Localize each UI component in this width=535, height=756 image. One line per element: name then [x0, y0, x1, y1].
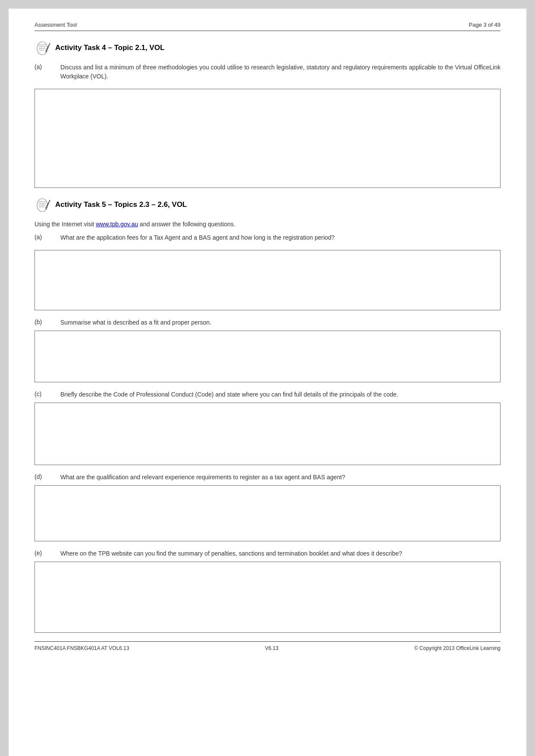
task5-question-e-row: (e) Where on the TPB website can you fin…: [34, 549, 501, 558]
header-right-text: Page 3 of 49: [469, 22, 501, 28]
task5-qe-text: Where on the TPB website can you find th…: [60, 549, 501, 558]
svg-marker-7: [46, 51, 47, 53]
task5-qd-text: What are the qualification and relevant …: [60, 473, 501, 482]
task4-question-a-row: (a) Discuss and list a minimum of three …: [34, 63, 501, 81]
task5-question-b-row: (b) Summarise what is described as a fit…: [34, 318, 501, 327]
task5-icon: [34, 196, 53, 214]
task4-title: Activity Task 4 – Topic 2.1, VOL: [55, 44, 165, 52]
task5-qe-label: (e): [34, 549, 60, 558]
task5-qa-text: What are the application fees for a Tax …: [60, 233, 501, 242]
footer-right: © Copyright 2013 OfficeLink Learning: [414, 645, 501, 651]
header-left-text: Assessment Tool: [34, 22, 77, 28]
task4-answer-box-a[interactable]: [34, 89, 501, 188]
svg-line-14: [47, 200, 50, 208]
task5-qa-label: (a): [34, 233, 60, 242]
task5-qd-label: (d): [34, 473, 60, 482]
task5-answer-box-b[interactable]: [34, 331, 501, 382]
task5-answer-box-a[interactable]: [34, 250, 501, 310]
task5-question-d-row: (d) What are the qualification and relev…: [34, 473, 501, 482]
page-header: Assessment Tool Page 3 of 49: [34, 22, 501, 31]
task5-section: Activity Task 5 – Topics 2.3 – 2.6, VOL …: [34, 196, 501, 242]
task5-qc-label: (c): [34, 390, 60, 399]
footer-center: V6.13: [265, 645, 278, 651]
task5-qb-text: Summarise what is described as a fit and…: [60, 318, 501, 327]
page: Assessment Tool Page 3 of 49: [9, 9, 526, 756]
task5-answer-box-d[interactable]: [34, 485, 501, 541]
task4-title-row: Activity Task 4 – Topic 2.1, VOL: [34, 39, 501, 57]
task5-qb-label: (b): [34, 318, 60, 327]
task5-qc-text: Briefly describe the Code of Professiona…: [60, 390, 501, 399]
task4-qa-text: Discuss and list a minimum of three meth…: [60, 63, 501, 81]
task4-section: Activity Task 4 – Topic 2.1, VOL (a) Dis…: [34, 39, 501, 81]
task5-question-c-row: (c) Briefly describe the Code of Profess…: [34, 390, 501, 399]
task4-qa-label: (a): [34, 63, 60, 81]
task4-icon: [34, 39, 53, 57]
svg-marker-15: [46, 208, 47, 209]
footer-left: FNSINC401A FNSBKG401A AT VOL6.13: [34, 645, 129, 651]
task5-answer-box-e[interactable]: [34, 562, 501, 633]
task5-intro-prefix: Using the Internet visit: [34, 221, 96, 228]
task5-intro-suffix: and answer the following questions.: [138, 221, 235, 228]
task5-intro-link[interactable]: www.tpb.gov.au: [96, 221, 138, 228]
svg-line-6: [47, 43, 50, 51]
task5-intro: Using the Internet visit www.tpb.gov.au …: [34, 220, 501, 229]
task5-title: Activity Task 5 – Topics 2.3 – 2.6, VOL: [55, 200, 187, 209]
task5-question-a-row: (a) What are the application fees for a …: [34, 233, 501, 242]
task5-answer-box-c[interactable]: [34, 403, 501, 465]
task5-title-row: Activity Task 5 – Topics 2.3 – 2.6, VOL: [34, 196, 501, 214]
page-footer: FNSINC401A FNSBKG401A AT VOL6.13 V6.13 ©…: [34, 641, 501, 651]
